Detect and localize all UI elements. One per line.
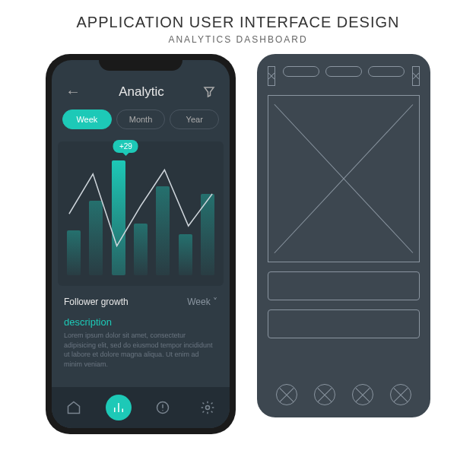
phone-notch	[99, 54, 182, 71]
wireframe-nav-placeholder	[390, 384, 411, 405]
wireframe-back-placeholder	[268, 66, 275, 86]
wireframe-mockup	[257, 54, 430, 417]
description-heading: description	[64, 316, 217, 328]
nav-alert-icon[interactable]	[150, 395, 176, 420]
tab-week[interactable]: Week	[62, 109, 112, 129]
nav-settings-icon[interactable]	[195, 395, 221, 420]
chart-bar[interactable]	[89, 201, 103, 275]
wireframe-nav-placeholder	[276, 384, 297, 405]
chart-bar[interactable]	[156, 186, 170, 275]
section-title: Follower growth	[64, 297, 129, 307]
nav-home-icon[interactable]	[61, 395, 87, 420]
wireframe-chart-placeholder	[268, 95, 420, 262]
wireframe-section-placeholder	[268, 271, 420, 300]
period-tabs: Week Month Year	[52, 109, 230, 129]
chart-bar[interactable]	[201, 194, 214, 275]
analytics-chart: +29	[58, 141, 224, 286]
back-icon[interactable]: ←	[65, 83, 81, 100]
page-title: APPLICATION USER INTERFACE DESIGN	[0, 14, 476, 31]
period-dropdown[interactable]: Week ˅	[187, 297, 217, 307]
svg-point-1	[205, 406, 209, 410]
wireframe-description-placeholder	[268, 309, 420, 338]
wireframe-tab-placeholder	[325, 66, 362, 77]
filter-icon[interactable]	[202, 85, 216, 99]
wireframe-nav-placeholder	[314, 384, 335, 405]
chart-bar[interactable]	[134, 224, 148, 275]
phone-mockup: ← Analytic Week Month Year +29 Follower …	[46, 54, 236, 434]
wireframe-nav-placeholder	[352, 384, 373, 405]
screen-title: Analytic	[119, 84, 164, 100]
page-subtitle: ANALYTICS DASHBOARD	[0, 34, 476, 45]
chart-bar[interactable]	[179, 234, 192, 275]
description-body: Lorem ipsum dolor sit amet, consectetur …	[64, 331, 217, 369]
app-screen: ← Analytic Week Month Year +29 Follower …	[52, 60, 230, 428]
wireframe-tab-placeholder	[368, 66, 405, 77]
nav-analytics-icon[interactable]	[106, 395, 132, 420]
bottom-nav	[52, 387, 230, 428]
tab-month[interactable]: Month	[116, 109, 166, 129]
chart-bar[interactable]	[67, 230, 81, 275]
chart-bar[interactable]	[112, 160, 125, 275]
wireframe-tab-placeholder	[283, 66, 319, 77]
wireframe-filter-placeholder	[412, 66, 420, 86]
tab-year[interactable]: Year	[170, 109, 219, 129]
